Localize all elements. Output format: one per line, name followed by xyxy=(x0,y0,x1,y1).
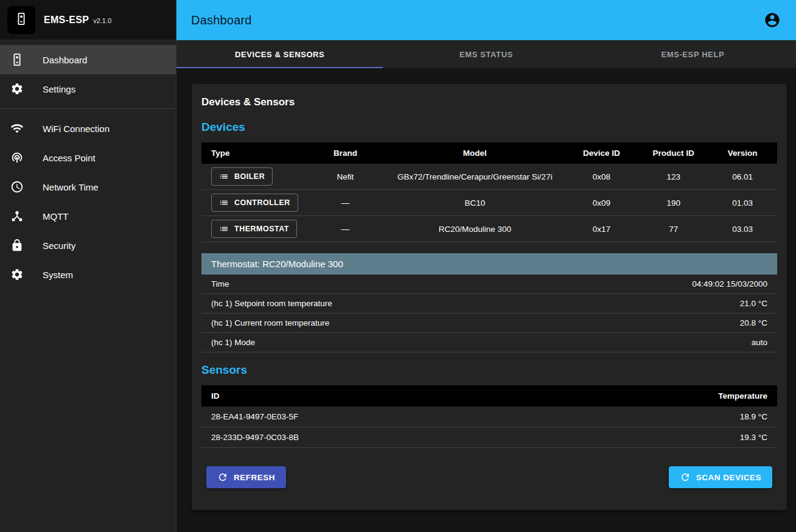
kv-label: (hc 1) Mode xyxy=(211,338,255,347)
list-icon xyxy=(219,224,229,234)
sidebar-item-settings[interactable]: Settings xyxy=(0,74,176,103)
kv-label: Time xyxy=(211,279,229,289)
device-product-id: 123 xyxy=(639,164,708,190)
device-brand: Nefit xyxy=(305,164,385,190)
sidebar-item-wifi-connection[interactable]: WiFi Connection xyxy=(0,114,176,143)
device-type-label: BOILER xyxy=(234,172,265,181)
tab-ems-status[interactable]: EMS STATUS xyxy=(383,40,589,68)
device-model: RC20/Moduline 300 xyxy=(386,216,564,242)
settings-gear-icon xyxy=(10,267,24,282)
access-point-icon xyxy=(10,150,24,165)
account-circle-icon xyxy=(764,12,781,29)
device-type-button-thermostat[interactable]: THERMOSTAT xyxy=(211,220,297,238)
col-header-version: Version xyxy=(708,142,777,164)
sensor-id: 28-233D-9497-0C03-8B xyxy=(201,427,604,448)
sidebar-divider xyxy=(0,108,176,109)
col-header-sensor-id: ID xyxy=(201,385,604,407)
sidebar-item-mqtt[interactable]: MQTT xyxy=(0,201,176,231)
thermostat-row-time: Time 04:49:02 15/03/2000 xyxy=(201,275,777,294)
devices-sensors-card: Devices & Sensors Devices Type Brand Mod… xyxy=(192,84,787,510)
devices-table: Type Brand Model Device ID Product ID Ve… xyxy=(201,142,777,242)
devices-table-header-row: Type Brand Model Device ID Product ID Ve… xyxy=(201,142,777,164)
col-header-brand: Brand xyxy=(305,142,385,164)
thermostat-row-current-temp: (hc 1) Current room temperature 20.8 °C xyxy=(201,313,777,333)
device-brand: — xyxy=(305,190,385,216)
sidebar-item-label: WiFi Connection xyxy=(43,124,110,134)
lock-icon xyxy=(10,238,24,253)
sidebar-item-label: MQTT xyxy=(43,211,69,222)
ems-esp-logo-icon xyxy=(15,12,28,28)
kv-label: (hc 1) Current room temperature xyxy=(211,318,329,327)
device-row-thermostat: THERMOSTAT — RC20/Moduline 300 0x17 77 0… xyxy=(201,216,777,242)
sidebar-item-label: Access Point xyxy=(43,153,96,163)
device-row-boiler: BOILER Nefit GBx72/Trendline/Cerapur/Gre… xyxy=(201,164,777,190)
tab-label: DEVICES & SENSORS xyxy=(235,50,324,59)
list-icon xyxy=(219,198,229,208)
scan-devices-button[interactable]: SCAN DEVICES xyxy=(669,466,772,488)
sensor-row: 28-233D-9497-0C03-8B 19.3 °C xyxy=(201,427,777,448)
tab-label: EMS STATUS xyxy=(459,50,513,59)
device-version: 01.03 xyxy=(708,190,777,216)
app-logo xyxy=(7,6,35,34)
sidebar-item-dashboard[interactable]: Dashboard xyxy=(0,45,176,74)
tab-devices-sensors[interactable]: DEVICES & SENSORS xyxy=(176,40,383,68)
content-area: Devices & Sensors Devices Type Brand Mod… xyxy=(176,68,796,532)
sidebar-item-network-time[interactable]: Network Time xyxy=(0,172,176,201)
sidebar-item-security[interactable]: Security xyxy=(0,231,176,260)
device-id: 0x08 xyxy=(564,164,639,190)
sidebar: EMS-ESPv2.1.0 Dashboard Settings xyxy=(0,0,176,532)
sidebar-item-system[interactable]: System xyxy=(0,260,176,289)
sidebar-item-label: Settings xyxy=(43,84,75,94)
dashboard-icon xyxy=(10,52,24,67)
device-version: 06.01 xyxy=(708,164,777,190)
sidebar-item-access-point[interactable]: Access Point xyxy=(0,143,176,172)
kv-label: (hc 1) Setpoint room temperature xyxy=(211,299,332,308)
app-version: v2.1.0 xyxy=(93,17,111,24)
tab-bar: DEVICES & SENSORS EMS STATUS EMS-ESP HEL… xyxy=(176,40,796,68)
page-title: Dashboard xyxy=(191,13,252,27)
app-title-block: EMS-ESPv2.1.0 xyxy=(44,15,111,26)
device-type-label: THERMOSTAT xyxy=(234,225,289,233)
col-header-type: Type xyxy=(201,142,305,164)
device-version: 03.03 xyxy=(708,216,777,242)
devices-heading: Devices xyxy=(201,121,777,134)
kv-value: 04:49:02 15/03/2000 xyxy=(692,279,767,289)
list-icon xyxy=(219,172,229,181)
settings-gear-icon xyxy=(10,82,24,96)
tab-label: EMS-ESP HELP xyxy=(661,50,724,59)
refresh-icon xyxy=(217,472,228,483)
col-header-temperature: Temperature xyxy=(604,385,777,407)
card-actions: REFRESH SCAN DEVICES xyxy=(201,466,777,488)
sensor-temperature: 18.9 °C xyxy=(604,407,777,427)
kv-value: 20.8 °C xyxy=(740,318,767,327)
app-name: EMS-ESP xyxy=(44,15,89,25)
device-type-label: CONTROLLER xyxy=(234,198,290,207)
sidebar-item-label: Security xyxy=(43,240,75,251)
device-model: BC10 xyxy=(386,190,564,216)
device-type-button-boiler[interactable]: BOILER xyxy=(211,167,273,186)
sensor-row: 28-EA41-9497-0E03-5F 18.9 °C xyxy=(201,407,777,427)
app-bar: Dashboard xyxy=(176,0,796,40)
col-header-device-id: Device ID xyxy=(564,142,639,164)
account-button[interactable] xyxy=(763,11,781,29)
device-row-controller: CONTROLLER — BC10 0x09 190 01.03 xyxy=(201,190,777,216)
sidebar-item-label: System xyxy=(43,270,73,280)
device-type-button-controller[interactable]: CONTROLLER xyxy=(211,194,298,212)
scan-devices-button-label: SCAN DEVICES xyxy=(696,473,761,482)
sensor-temperature: 19.3 °C xyxy=(604,427,777,448)
refresh-button-label: REFRESH xyxy=(234,473,275,482)
sensors-table-header-row: ID Temperature xyxy=(201,385,777,407)
device-id: 0x09 xyxy=(564,190,639,216)
tab-ems-esp-help[interactable]: EMS-ESP HELP xyxy=(590,40,796,68)
device-model: GBx72/Trendline/Cerapur/Greenstar Si/27i xyxy=(386,164,564,190)
refresh-button[interactable]: REFRESH xyxy=(206,466,286,488)
thermostat-row-mode: (hc 1) Mode auto xyxy=(201,333,777,352)
sidebar-item-label: Network Time xyxy=(43,182,99,192)
device-product-id: 77 xyxy=(639,216,708,242)
device-brand: — xyxy=(305,216,385,242)
clock-icon xyxy=(10,180,24,194)
refresh-icon xyxy=(680,472,691,483)
card-title: Devices & Sensors xyxy=(201,96,777,108)
device-hub-icon xyxy=(10,209,24,223)
main-column: Dashboard DEVICES & SENSORS EMS STATUS E… xyxy=(176,0,796,532)
